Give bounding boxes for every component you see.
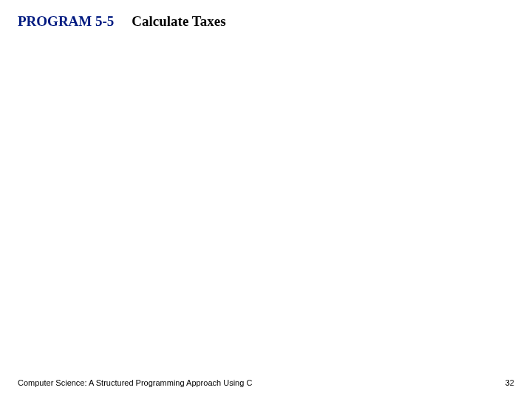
footer-page-number: 32 [505, 378, 514, 387]
slide-footer: Computer Science: A Structured Programmi… [18, 378, 514, 387]
program-label: PROGRAM 5-5 [18, 13, 114, 30]
footer-book-title: Computer Science: A Structured Programmi… [18, 378, 252, 387]
slide-header: PROGRAM 5-5 Calculate Taxes [18, 13, 226, 30]
program-title: Calculate Taxes [132, 13, 225, 30]
